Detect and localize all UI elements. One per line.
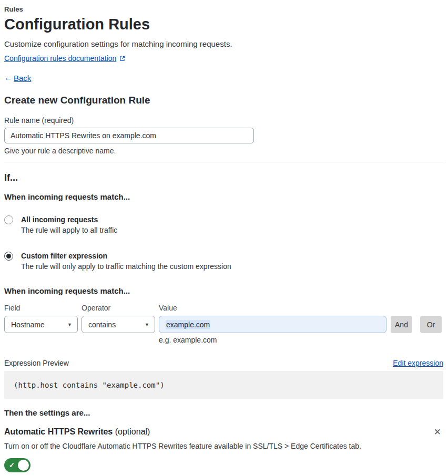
back-arrow-icon: ←	[4, 73, 13, 82]
radio-option-label: All incoming requests	[21, 215, 117, 224]
value-label: Value	[159, 304, 386, 312]
radio-selected-icon[interactable]	[4, 252, 13, 261]
builder-heading: When incoming requests match...	[4, 286, 443, 295]
value-input-text: example.com	[166, 320, 210, 329]
section-divider	[4, 162, 443, 162]
field-label: Field	[4, 304, 78, 312]
if-heading: If...	[4, 172, 443, 183]
breadcrumb: Rules	[4, 5, 443, 13]
external-link-icon	[119, 55, 126, 62]
value-input[interactable]: example.com	[159, 316, 386, 333]
value-helper: e.g. example.com	[159, 336, 386, 344]
radio-option-custom-filter[interactable]: Custom filter expression The rule will o…	[4, 252, 443, 271]
page-subtitle: Customize configuration settings for mat…	[4, 39, 443, 48]
operator-label: Operator	[82, 304, 155, 312]
and-button[interactable]: And	[391, 316, 412, 333]
back-link[interactable]: Back	[14, 74, 31, 82]
radio-unselected-icon[interactable]	[4, 215, 13, 224]
toggle-knob	[18, 460, 29, 471]
radio-option-description: The rule will apply to all traffic	[21, 226, 117, 234]
rule-name-input[interactable]	[4, 128, 254, 143]
https-rewrites-toggle[interactable]: ✓	[4, 458, 30, 472]
match-heading: When incoming requests match...	[4, 192, 443, 201]
close-icon[interactable]: ✕	[432, 428, 443, 437]
create-rule-heading: Create new Configuration Rule	[4, 95, 443, 106]
radio-option-all-requests[interactable]: All incoming requests The rule will appl…	[4, 215, 443, 234]
configuration-rules-page: Rules Configuration Rules Customize conf…	[0, 0, 448, 472]
then-heading: Then the settings are...	[4, 408, 443, 417]
radio-option-description: The rule will only apply to traffic matc…	[21, 262, 231, 271]
setting-title-optional: (optional)	[113, 427, 150, 436]
setting-title: Automatic HTTPS Rewrites (optional)	[4, 427, 150, 437]
expression-builder-row: Field Hostname ▼ Operator contains ▼ Val…	[4, 304, 443, 344]
rule-name-label: Rule name (required)	[4, 116, 443, 125]
operator-select[interactable]: contains ▼	[82, 316, 155, 333]
radio-option-label: Custom filter expression	[21, 252, 231, 260]
chevron-down-icon: ▼	[67, 322, 72, 327]
check-icon: ✓	[9, 461, 15, 469]
or-button[interactable]: Or	[420, 316, 442, 333]
rule-name-helper: Give your rule a descriptive name.	[4, 147, 443, 155]
operator-select-value: contains	[88, 320, 116, 329]
documentation-link[interactable]: Configuration rules documentation	[4, 54, 116, 63]
edit-expression-link[interactable]: Edit expression	[393, 359, 443, 367]
setting-description: Turn on or off the Cloudflare Automatic …	[4, 442, 443, 450]
field-select-value: Hostname	[11, 320, 45, 329]
chevron-down-icon: ▼	[145, 322, 149, 327]
expression-preview-code: (http.host contains "example.com")	[4, 371, 443, 399]
setting-title-name: Automatic HTTPS Rewrites	[4, 427, 113, 436]
page-title: Configuration Rules	[4, 16, 443, 33]
expression-preview-label: Expression Preview	[4, 359, 69, 367]
field-select[interactable]: Hostname ▼	[4, 316, 78, 333]
